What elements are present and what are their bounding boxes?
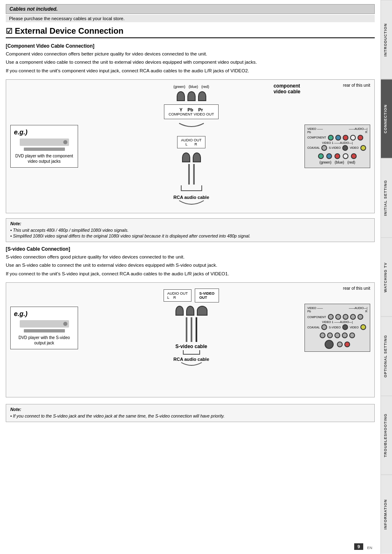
component-jacks: COMPONENT [307, 135, 367, 141]
cables-subtext: Please purchase the necessary cables at … [6, 15, 375, 22]
tab-introduction[interactable]: INTRODUCTION [381, 0, 392, 79]
svideo-out-sub: OUT [199, 295, 214, 300]
dvd-box-sv: e.g.) DVD player with the S-videooutput … [10, 307, 78, 349]
svideo-cable-label: S-video cable [175, 344, 207, 349]
note1-box: Note: • This unit accepts 480i / 480p / … [6, 218, 375, 242]
sv-coaxial: COAXIAL [307, 326, 320, 329]
sv-svideo-text: S-VIDEO [329, 326, 341, 329]
page-number: 9 [354, 543, 363, 550]
sv-r: R [365, 310, 367, 313]
video-cable-text: component [274, 83, 300, 89]
video-cable-text2: video cable [274, 89, 300, 95]
cable-lines-comp [188, 164, 195, 185]
jack-coaxial [321, 145, 327, 151]
tab-troubleshooting[interactable]: TROUBLESHOOTING [381, 396, 392, 475]
video-label: VIDEO —— [307, 127, 323, 130]
audio-out-block: AUDIO OUT L R [177, 136, 205, 148]
sv-video-label: VIDEO —— [307, 307, 323, 309]
svideo-out-text: S-VIDEO [199, 291, 214, 295]
rear-jack-g [318, 153, 324, 159]
audio-label-r: ——AUDIO—| [349, 127, 367, 130]
green-label: (green) [173, 85, 185, 89]
sv-audio-plug3 [344, 342, 350, 347]
eg-label-comp: e.g.) [14, 129, 74, 136]
cable-v2 [193, 164, 195, 185]
plug-blue [187, 91, 196, 101]
middle-cable-sv: AUDIO OUT L R S-VIDEO OUT [82, 287, 300, 369]
sv-plug-sv [197, 306, 208, 316]
svideo-para1: S-video connection offers good picture q… [6, 254, 375, 261]
sv-video1-jacks: COAXIAL S-VIDEO VIDEO [307, 324, 367, 330]
sv-line3 [196, 317, 197, 342]
dvd-slot-sv [24, 329, 65, 332]
cable-v1 [188, 164, 190, 185]
jack-comp-g [328, 135, 334, 141]
component-text: COMPONENT [307, 136, 326, 139]
bracket-svg-comp [175, 122, 208, 131]
tab-connection[interactable]: CONNECTION [381, 79, 392, 159]
tab-watching-tv[interactable]: WATCHING TV [381, 238, 392, 317]
dvd-device-sv [20, 320, 69, 328]
tab-information[interactable]: INFORMATION [381, 475, 392, 554]
note2-box: Note: • If you connect to the S-video ja… [6, 404, 375, 422]
section-heading: External Device Connection [15, 26, 124, 36]
color-labels-comp: (green) (blue) (red) [173, 85, 209, 89]
rca-label-comp: RCA audio cable [173, 195, 209, 200]
checkbox-icon: ☑ [6, 27, 12, 36]
svideo-para3: If you connect to the unit's S-video inp… [6, 270, 375, 277]
dvd-device-comp [20, 138, 69, 146]
rear-jack-r [334, 153, 340, 159]
svideo-out-block: S-VIDEO OUT [195, 289, 219, 302]
tab-initial-setting[interactable]: INITIAL SETTING [381, 158, 392, 238]
sv-jack-g [328, 314, 334, 320]
jack-comp-r [343, 135, 348, 141]
sv-jack-r [343, 314, 348, 320]
sv-line2 [191, 317, 192, 342]
rear-blue: (blue) [334, 160, 344, 164]
sv-jack-vid [360, 324, 366, 330]
component-diagram: component video cable rear of this unit … [6, 79, 375, 213]
svideo-diagram: rear of this unit e.g.) DVD player with … [6, 282, 375, 397]
plug-green [177, 91, 185, 101]
rear-color-labels: (green) (blue) (red) [307, 160, 367, 164]
dvd-slot-comp [24, 148, 65, 151]
sv-bot-j4 [342, 332, 348, 338]
cables-note-box: Cables not included. [6, 4, 375, 14]
svideo-label-r: S-VIDEO [329, 146, 341, 149]
audio-plug-l [182, 152, 190, 162]
dvd-box-comp: e.g.) DVD player with the componentvideo… [10, 125, 78, 168]
audio-plugs [182, 152, 201, 162]
rear-green: (green) [319, 160, 331, 164]
sv-video1-label: VIDEO 1 ——AUDIO—| [307, 321, 367, 323]
audio-out-label: AUDIO OUT [181, 138, 201, 142]
rear-unit-sv: VIDEO —— ——AUDIO—| Pb R COMPONENT [304, 304, 370, 352]
component-para1: Component video connection offers better… [6, 51, 375, 58]
sv-jack-sv [342, 324, 348, 330]
audio-out-sv-label: AUDIO OUT [167, 291, 188, 295]
sv-audio-label: ——AUDIO—| [349, 307, 367, 309]
svideo-section: [S-video Cable Connection] S-video conne… [6, 246, 375, 397]
audio-lr-label: L R [181, 142, 201, 146]
jack-audio-l [350, 135, 356, 141]
audio-plug-r [193, 152, 201, 162]
component-out-block: Y Pb Pr COMPONENT VIDEO OUT [164, 104, 218, 119]
diagram-inner-comp: e.g.) DVD player with the componentvideo… [10, 84, 370, 209]
dvd-label-comp: DVD player with the componentvideo outpu… [14, 153, 74, 164]
section-title: ☑ External Device Connection [6, 26, 375, 38]
sv-audio-plug2 [337, 342, 343, 347]
rca-sv-bracket [179, 362, 204, 369]
sv-cable-lines [186, 317, 197, 342]
rear-panel-comp: VIDEO —— ——AUDIO—| Pb R COMPONENT [304, 125, 370, 168]
red-label: (red) [201, 85, 209, 89]
bracket-bottom [179, 185, 204, 194]
sv-bracket [181, 349, 202, 357]
tab-optional-setting[interactable]: OPTIONAL SETTING [381, 316, 392, 396]
sv-bot-j2 [327, 332, 333, 338]
component-video-section: [Component Video Cable Connection] Compo… [6, 43, 375, 242]
sv-jack-a2 [357, 314, 363, 320]
bracket-bottom-svg [179, 185, 204, 193]
sv-pb: Pb [307, 310, 311, 313]
jack-svideo [342, 145, 348, 151]
audio-out-sv: AUDIO OUT L R [164, 289, 191, 302]
rear-red: (red) [348, 160, 355, 164]
